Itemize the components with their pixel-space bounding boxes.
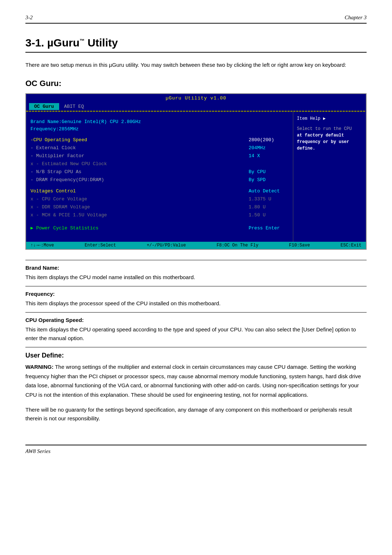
bios-nb-row: - N/B Strap CPU As By CPU — [30, 168, 289, 176]
footer-move: ↑↓→←:Move — [30, 243, 54, 248]
frequency-text: This item displays the processor speed o… — [25, 299, 367, 308]
bios-dram-row: - DRAM Frequency(CPU:DRAM) By SPD — [30, 176, 289, 184]
bios-power-row: ▶ Power Cycle Statistics Press Enter — [30, 224, 289, 232]
brand-name-text: This item displays the CPU model name in… — [25, 273, 367, 282]
oc-guru-heading: OC Guru: — [25, 79, 367, 88]
bios-mult-row: - Multiplier Factor 14 X — [30, 152, 289, 160]
bios-brand-info: Brand Name:Genuine Intel(R) CPU 2.80GHz … — [30, 118, 289, 132]
brand-name-section: Brand Name: This item displays the CPU m… — [25, 260, 367, 286]
help-title: Item Help ▶ — [297, 115, 362, 122]
brand-name-label: Brand Name: — [25, 265, 367, 271]
bios-title-bar: µGuru Utility v1.00 — [26, 94, 366, 102]
tab-abit-eq[interactable]: ABIT EQ — [59, 103, 89, 110]
frequency-section: Frequency: This item displays the proces… — [25, 286, 367, 312]
bios-cpu-speed-row: -CPU Operating Speed 2800(200) — [30, 136, 289, 144]
user-define-title: User Define: — [25, 347, 367, 359]
page: 3-2 Chapter 3 3-1. µGuru™ Utility There … — [0, 0, 392, 555]
footer-exit: ESC:Exit — [340, 243, 362, 248]
help-content: Select to run the CPU at factory default… — [297, 126, 362, 152]
bios-screen: µGuru Utility v1.00 OC Guru ABIT EQ Bran… — [25, 93, 367, 250]
cpu-speed-text: This item displays the CPU operating spe… — [25, 325, 367, 343]
bios-volt-row: Voltages Control Auto Detect — [30, 187, 289, 195]
bios-ext-clock-row: - External Clock 204MHz — [30, 144, 289, 152]
tab-oc-guru[interactable]: OC Guru — [29, 103, 59, 110]
footer-oc: F8:OC On The Fly — [217, 243, 258, 248]
bios-mch-row: x - MCH & PCIE 1.5U Voltage 1.50 U — [30, 211, 289, 219]
user-define-section: User Define: WARNING: The wrong settings… — [25, 347, 367, 423]
header-bar: 3-2 Chapter 3 — [25, 15, 367, 24]
bios-cpu-core-row: x - CPU Core Voltage 1.3375 U — [30, 195, 289, 203]
bios-tab-bar: OC Guru ABIT EQ — [26, 102, 366, 111]
cpu-speed-section: CPU Operating Speed: This item displays … — [25, 312, 367, 347]
bios-help-panel: Item Help ▶ Select to run the CPU at fac… — [293, 112, 366, 242]
intro-text: There are two setup menus in this µGuru … — [25, 61, 367, 69]
bios-est-row: x - Estimated New CPU Clock — [30, 160, 289, 168]
footer-series: AW8 Series — [25, 448, 50, 454]
bios-footer: ↑↓→←:Move Enter:Select +/-/PU/PD:Value F… — [26, 242, 366, 249]
page-number: 3-2 — [25, 15, 33, 21]
footer-bar: AW8 Series — [25, 445, 367, 454]
bios-body: Brand Name:Genuine Intel(R) CPU 2.80GHz … — [26, 112, 366, 242]
bios-main-panel: Brand Name:Genuine Intel(R) CPU 2.80GHz … — [26, 112, 293, 242]
section-title: 3-1. µGuru™ Utility — [25, 37, 367, 53]
footer-value: +/-/PU/PD:Value — [147, 243, 186, 248]
footer-select: Enter:Select — [85, 243, 116, 248]
guarantee-text: There will be no guaranty for the settin… — [25, 405, 367, 423]
bios-ddr-row: x - DDR SDRAM Voltage 1.80 U — [30, 203, 289, 211]
cpu-speed-label: CPU Operating Speed: — [25, 317, 367, 323]
frequency-label: Frequency: — [25, 291, 367, 297]
warning-paragraph: WARNING: The wrong settings of the multi… — [25, 362, 367, 399]
footer-save: F10:Save — [289, 243, 310, 248]
chapter-label: Chapter 3 — [345, 15, 367, 21]
